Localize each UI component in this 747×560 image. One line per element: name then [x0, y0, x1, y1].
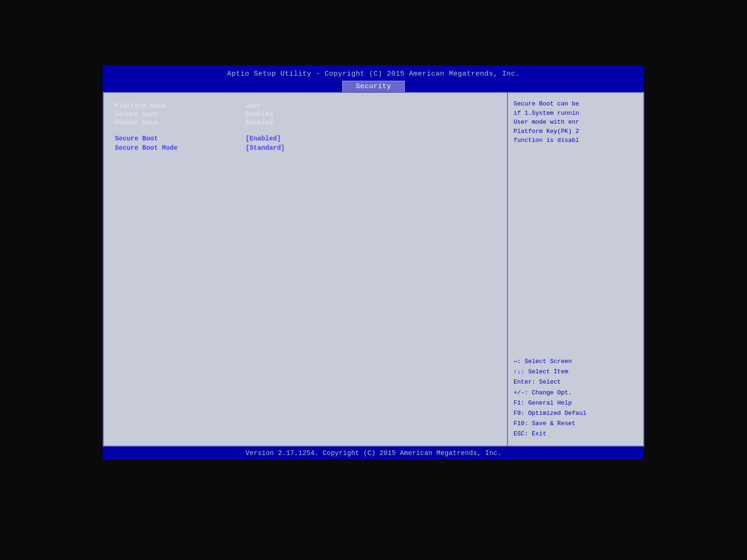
- secure-boot-mode-row[interactable]: Secure Boot Mode [Standard]: [115, 144, 496, 152]
- main-area: Platform Mode User Secure Boot Enabled V…: [103, 92, 644, 447]
- secure-boot-status-label: Secure Boot: [115, 111, 246, 118]
- secure-boot-status-row: Secure Boot Enabled: [115, 111, 496, 118]
- platform-mode-label: Platform Mode: [115, 102, 246, 110]
- footer-text: Version 2.17.1254. Copyright (C) 2015 Am…: [246, 449, 501, 457]
- secure-boot-mode-label: Secure Boot Mode: [115, 144, 246, 152]
- help-text: Secure Boot can be if 1.System runnin Us…: [514, 99, 638, 145]
- secure-boot-setting-value: [Enabled]: [246, 135, 281, 142]
- platform-mode-row: Platform Mode User: [115, 102, 496, 110]
- keybindings: ↔: Select Screen ↑↓: Select Item Enter: …: [514, 357, 638, 439]
- secure-boot-status-value: Enabled: [246, 111, 273, 118]
- sidebar-panel: Secure Boot can be if 1.System runnin Us…: [508, 93, 643, 446]
- header-title: Aptio Setup Utility - Copyright (C) 2015…: [103, 68, 644, 80]
- vendor-keys-label: Vendor Keys: [115, 119, 246, 126]
- platform-mode-value: User: [246, 102, 261, 110]
- bios-container: Aptio Setup Utility - Copyright (C) 2015…: [103, 65, 644, 495]
- content-panel: Platform Mode User Secure Boot Enabled V…: [104, 93, 508, 446]
- vendor-keys-value: Enabled: [246, 119, 273, 126]
- header-bar: Aptio Setup Utility - Copyright (C) 2015…: [103, 65, 644, 92]
- footer-bar: Version 2.17.1254. Copyright (C) 2015 Am…: [103, 447, 644, 460]
- header-tab-row: Security: [103, 81, 644, 92]
- secure-boot-setting-row[interactable]: Secure Boot [Enabled]: [115, 135, 496, 142]
- vendor-keys-row: Vendor Keys Enabled: [115, 119, 496, 126]
- secure-boot-setting-label: Secure Boot: [115, 135, 246, 142]
- security-tab[interactable]: Security: [342, 81, 405, 92]
- secure-boot-mode-value: [Standard]: [246, 144, 285, 152]
